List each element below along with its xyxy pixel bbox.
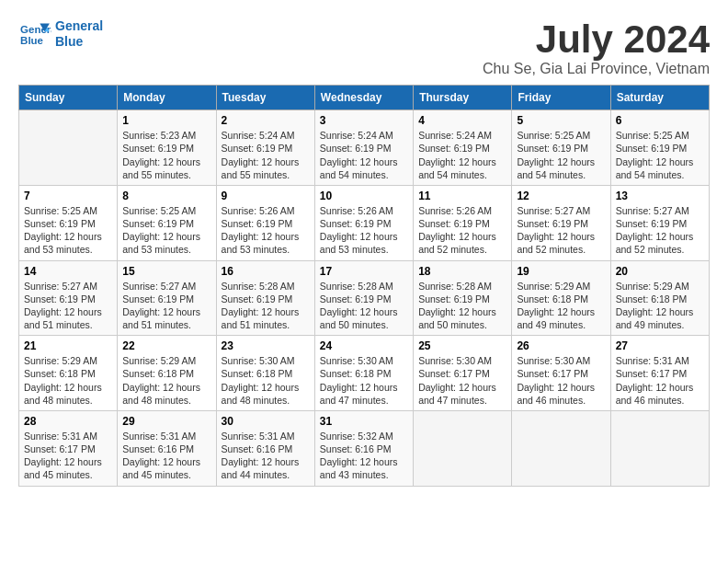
calendar-cell: 2Sunrise: 5:24 AM Sunset: 6:19 PM Daylig… bbox=[216, 110, 314, 186]
day-info: Sunrise: 5:28 AM Sunset: 6:19 PM Dayligh… bbox=[418, 280, 506, 332]
day-number: 6 bbox=[616, 114, 704, 127]
day-info: Sunrise: 5:24 AM Sunset: 6:19 PM Dayligh… bbox=[320, 129, 408, 181]
day-number: 2 bbox=[222, 114, 310, 127]
calendar-body: 1Sunrise: 5:23 AM Sunset: 6:19 PM Daylig… bbox=[19, 110, 710, 486]
day-info: Sunrise: 5:31 AM Sunset: 6:16 PM Dayligh… bbox=[122, 430, 210, 482]
calendar-cell: 29Sunrise: 5:31 AM Sunset: 6:16 PM Dayli… bbox=[118, 410, 216, 486]
week-row-2: 7Sunrise: 5:25 AM Sunset: 6:19 PM Daylig… bbox=[19, 185, 710, 260]
weekday-header-thursday: Thursday bbox=[414, 86, 512, 110]
calendar-cell: 12Sunrise: 5:27 AM Sunset: 6:19 PM Dayli… bbox=[512, 185, 610, 260]
day-number: 8 bbox=[122, 190, 210, 202]
calendar-cell: 13Sunrise: 5:27 AM Sunset: 6:19 PM Dayli… bbox=[610, 185, 709, 260]
day-number: 19 bbox=[517, 265, 605, 278]
day-number: 18 bbox=[418, 265, 506, 278]
day-number: 28 bbox=[24, 415, 112, 428]
calendar-cell: 21Sunrise: 5:29 AM Sunset: 6:18 PM Dayli… bbox=[19, 336, 118, 411]
day-number: 14 bbox=[24, 265, 112, 278]
logo: General Blue General Blue bbox=[18, 18, 103, 50]
day-number: 24 bbox=[320, 339, 408, 352]
calendar-cell: 11Sunrise: 5:26 AM Sunset: 6:19 PM Dayli… bbox=[414, 185, 512, 260]
day-info: Sunrise: 5:24 AM Sunset: 6:19 PM Dayligh… bbox=[222, 129, 310, 181]
weekday-header-sunday: Sunday bbox=[19, 86, 118, 110]
day-number: 7 bbox=[24, 190, 112, 202]
day-info: Sunrise: 5:28 AM Sunset: 6:19 PM Dayligh… bbox=[320, 280, 408, 332]
title-area: July 2024 Chu Se, Gia Lai Province, Viet… bbox=[483, 18, 710, 77]
week-row-5: 28Sunrise: 5:31 AM Sunset: 6:17 PM Dayli… bbox=[19, 410, 710, 486]
calendar-cell: 25Sunrise: 5:30 AM Sunset: 6:17 PM Dayli… bbox=[414, 336, 512, 411]
svg-text:Blue: Blue bbox=[20, 35, 43, 46]
calendar-cell: 27Sunrise: 5:31 AM Sunset: 6:17 PM Dayli… bbox=[610, 336, 709, 411]
calendar-cell bbox=[414, 410, 512, 486]
day-number: 26 bbox=[517, 339, 605, 352]
calendar-table: SundayMondayTuesdayWednesdayThursdayFrid… bbox=[18, 85, 710, 486]
day-info: Sunrise: 5:29 AM Sunset: 6:18 PM Dayligh… bbox=[24, 354, 112, 407]
day-number: 15 bbox=[122, 265, 210, 278]
day-info: Sunrise: 5:29 AM Sunset: 6:18 PM Dayligh… bbox=[517, 280, 605, 332]
calendar-cell: 19Sunrise: 5:29 AM Sunset: 6:18 PM Dayli… bbox=[512, 260, 610, 336]
day-number: 30 bbox=[222, 415, 310, 428]
calendar-cell bbox=[19, 110, 118, 186]
day-info: Sunrise: 5:32 AM Sunset: 6:16 PM Dayligh… bbox=[320, 430, 408, 482]
day-number: 16 bbox=[222, 265, 310, 278]
weekday-header-tuesday: Tuesday bbox=[216, 86, 314, 110]
day-info: Sunrise: 5:25 AM Sunset: 6:19 PM Dayligh… bbox=[122, 204, 210, 257]
day-info: Sunrise: 5:30 AM Sunset: 6:18 PM Dayligh… bbox=[222, 354, 310, 407]
logo-icon: General Blue bbox=[18, 20, 51, 48]
calendar-cell bbox=[512, 410, 610, 486]
calendar-cell: 16Sunrise: 5:28 AM Sunset: 6:19 PM Dayli… bbox=[216, 260, 314, 336]
day-number: 31 bbox=[320, 415, 408, 428]
day-number: 25 bbox=[418, 339, 506, 352]
calendar-cell: 22Sunrise: 5:29 AM Sunset: 6:18 PM Dayli… bbox=[118, 336, 216, 411]
calendar-cell: 7Sunrise: 5:25 AM Sunset: 6:19 PM Daylig… bbox=[19, 185, 118, 260]
calendar-cell: 3Sunrise: 5:24 AM Sunset: 6:19 PM Daylig… bbox=[314, 110, 413, 186]
day-info: Sunrise: 5:27 AM Sunset: 6:19 PM Dayligh… bbox=[517, 204, 605, 257]
weekday-header-wednesday: Wednesday bbox=[314, 86, 413, 110]
calendar-cell: 20Sunrise: 5:29 AM Sunset: 6:18 PM Dayli… bbox=[610, 260, 709, 336]
calendar-cell: 14Sunrise: 5:27 AM Sunset: 6:19 PM Dayli… bbox=[19, 260, 118, 336]
week-row-3: 14Sunrise: 5:27 AM Sunset: 6:19 PM Dayli… bbox=[19, 260, 710, 336]
day-number: 20 bbox=[616, 265, 704, 278]
calendar-cell: 4Sunrise: 5:24 AM Sunset: 6:19 PM Daylig… bbox=[414, 110, 512, 186]
day-info: Sunrise: 5:27 AM Sunset: 6:19 PM Dayligh… bbox=[616, 204, 704, 257]
week-row-1: 1Sunrise: 5:23 AM Sunset: 6:19 PM Daylig… bbox=[19, 110, 710, 186]
calendar-cell: 17Sunrise: 5:28 AM Sunset: 6:19 PM Dayli… bbox=[314, 260, 413, 336]
day-number: 9 bbox=[222, 190, 310, 202]
day-number: 21 bbox=[24, 339, 112, 352]
day-info: Sunrise: 5:28 AM Sunset: 6:19 PM Dayligh… bbox=[222, 280, 310, 332]
calendar-cell: 28Sunrise: 5:31 AM Sunset: 6:17 PM Dayli… bbox=[19, 410, 118, 486]
day-number: 10 bbox=[320, 190, 408, 202]
logo-line1: General bbox=[55, 18, 103, 33]
calendar-cell: 24Sunrise: 5:30 AM Sunset: 6:18 PM Dayli… bbox=[314, 336, 413, 411]
day-info: Sunrise: 5:24 AM Sunset: 6:19 PM Dayligh… bbox=[418, 129, 506, 181]
day-number: 4 bbox=[418, 114, 506, 127]
day-info: Sunrise: 5:25 AM Sunset: 6:19 PM Dayligh… bbox=[616, 129, 704, 181]
day-number: 17 bbox=[320, 265, 408, 278]
day-number: 3 bbox=[320, 114, 408, 127]
calendar-cell: 26Sunrise: 5:30 AM Sunset: 6:17 PM Dayli… bbox=[512, 336, 610, 411]
logo-text: General Blue bbox=[55, 18, 103, 50]
calendar-header: SundayMondayTuesdayWednesdayThursdayFrid… bbox=[19, 86, 710, 110]
weekday-header-friday: Friday bbox=[512, 86, 610, 110]
day-number: 5 bbox=[517, 114, 605, 127]
day-info: Sunrise: 5:29 AM Sunset: 6:18 PM Dayligh… bbox=[122, 354, 210, 407]
day-info: Sunrise: 5:27 AM Sunset: 6:19 PM Dayligh… bbox=[122, 280, 210, 332]
day-info: Sunrise: 5:26 AM Sunset: 6:19 PM Dayligh… bbox=[222, 204, 310, 257]
calendar-cell: 9Sunrise: 5:26 AM Sunset: 6:19 PM Daylig… bbox=[216, 185, 314, 260]
day-info: Sunrise: 5:26 AM Sunset: 6:19 PM Dayligh… bbox=[320, 204, 408, 257]
calendar-cell: 30Sunrise: 5:31 AM Sunset: 6:16 PM Dayli… bbox=[216, 410, 314, 486]
day-info: Sunrise: 5:23 AM Sunset: 6:19 PM Dayligh… bbox=[122, 129, 210, 181]
calendar-cell: 1Sunrise: 5:23 AM Sunset: 6:19 PM Daylig… bbox=[118, 110, 216, 186]
weekday-header-monday: Monday bbox=[118, 86, 216, 110]
day-number: 13 bbox=[616, 190, 704, 202]
day-number: 11 bbox=[418, 190, 506, 202]
day-info: Sunrise: 5:31 AM Sunset: 6:17 PM Dayligh… bbox=[24, 430, 112, 482]
calendar-cell: 10Sunrise: 5:26 AM Sunset: 6:19 PM Dayli… bbox=[314, 185, 413, 260]
weekday-row: SundayMondayTuesdayWednesdayThursdayFrid… bbox=[19, 86, 710, 110]
day-info: Sunrise: 5:25 AM Sunset: 6:19 PM Dayligh… bbox=[24, 204, 112, 257]
location: Chu Se, Gia Lai Province, Vietnam bbox=[483, 61, 710, 77]
month-title: July 2024 bbox=[483, 18, 710, 61]
header: General Blue General Blue July 2024 Chu … bbox=[18, 18, 710, 77]
calendar-cell: 8Sunrise: 5:25 AM Sunset: 6:19 PM Daylig… bbox=[118, 185, 216, 260]
day-info: Sunrise: 5:30 AM Sunset: 6:18 PM Dayligh… bbox=[320, 354, 408, 407]
calendar-cell: 31Sunrise: 5:32 AM Sunset: 6:16 PM Dayli… bbox=[314, 410, 413, 486]
